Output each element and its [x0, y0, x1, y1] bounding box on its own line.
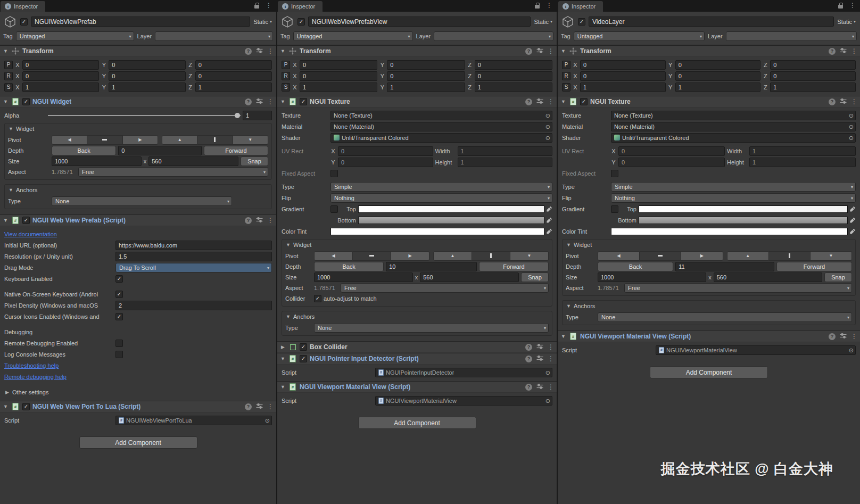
rotation-x-field[interactable]: 0 — [22, 71, 99, 81]
object-picker-icon[interactable]: ⊙ — [545, 134, 550, 141]
size-width-field[interactable]: 1000 — [598, 272, 706, 282]
uv-width-field[interactable]: 1 — [749, 146, 856, 156]
pixel-density-field[interactable]: 2 — [115, 301, 272, 310]
scale-x-field[interactable]: 1 — [300, 82, 377, 92]
color-tint-field[interactable] — [330, 228, 544, 235]
eyedropper-icon[interactable] — [547, 217, 552, 223]
type-dropdown[interactable]: Simple▾ — [611, 182, 856, 192]
help-icon[interactable]: ? — [829, 333, 836, 340]
foldout-icon[interactable]: ▼ — [280, 356, 286, 361]
component-enabled-checkbox[interactable] — [22, 403, 30, 410]
uv-height-field[interactable]: 1 — [749, 158, 856, 167]
tab-menu-icon[interactable]: ⋮ — [266, 2, 272, 9]
foldout-icon[interactable]: ▼ — [8, 187, 14, 193]
presets-icon[interactable] — [256, 98, 263, 105]
remote-debugging-checkbox[interactable] — [115, 340, 123, 347]
presets-icon[interactable] — [256, 47, 263, 55]
fixed-aspect-checkbox[interactable] — [330, 170, 338, 177]
position-x-field[interactable]: 0 — [580, 60, 666, 70]
pivot-center-vertical-button[interactable] — [769, 251, 811, 261]
gradient-bottom-color-field[interactable] — [358, 217, 544, 224]
tab-menu-icon[interactable]: ⋮ — [849, 2, 856, 9]
position-z-field[interactable]: 0 — [195, 60, 272, 70]
script-object-field[interactable]: # NGUIViewportMaterialView ⊙ — [375, 396, 552, 406]
foldout-icon[interactable]: ▼ — [3, 99, 9, 104]
scale-x-field[interactable]: 1 — [580, 82, 666, 92]
rotation-z-field[interactable]: 0 — [770, 71, 856, 81]
presets-icon[interactable] — [840, 47, 847, 55]
object-picker-icon[interactable]: ⊙ — [545, 112, 550, 119]
foldout-icon[interactable]: ▼ — [280, 48, 286, 54]
component-enabled-checkbox[interactable] — [22, 217, 30, 224]
anchor-type-dropdown[interactable]: None▾ — [314, 323, 549, 333]
snap-button[interactable]: Snap — [824, 272, 852, 282]
gameobject-name-field[interactable]: NGUIWebViewPrefab — [31, 16, 250, 27]
gradient-checkbox[interactable] — [611, 205, 618, 213]
aspect-mode-dropdown[interactable]: Free▾ — [341, 283, 549, 293]
presets-icon[interactable] — [536, 355, 543, 362]
foldout-icon[interactable]: ▼ — [3, 218, 9, 223]
object-picker-icon[interactable]: ⊙ — [545, 123, 550, 130]
alpha-slider[interactable] — [48, 111, 241, 120]
pivot-left-button[interactable]: ◀ — [314, 251, 353, 261]
foldout-icon[interactable]: ▼ — [285, 242, 291, 247]
pivot-center-vertical-button[interactable] — [197, 135, 233, 145]
position-z-field[interactable]: 0 — [475, 60, 552, 70]
depth-forward-button[interactable]: Forward — [204, 146, 268, 155]
aspect-mode-dropdown[interactable]: Free▾ — [624, 283, 852, 293]
script-object-field[interactable]: # NGUIPointerInputDetector ⊙ — [375, 368, 552, 377]
help-icon[interactable]: ? — [829, 48, 836, 55]
cursor-icons-checkbox[interactable] — [115, 313, 123, 320]
anchor-type-dropdown[interactable]: None▾ — [598, 312, 852, 322]
scale-x-field[interactable]: 1 — [22, 82, 99, 92]
fixed-aspect-checkbox[interactable] — [611, 170, 618, 177]
add-component-button[interactable]: Add Component — [358, 417, 476, 429]
gameobject-name-field[interactable]: VideoLayer — [589, 16, 834, 27]
rotation-z-field[interactable]: 0 — [475, 71, 552, 81]
foldout-icon[interactable]: ▶ — [4, 390, 10, 395]
depth-back-button[interactable]: Back — [598, 262, 673, 271]
presets-icon[interactable] — [536, 47, 543, 55]
rotation-x-field[interactable]: 0 — [580, 71, 666, 81]
webview-prefab-component-header[interactable]: ▼ # NGUI Web View Prefab (Script) ? ⋮ — [0, 214, 276, 226]
pivot-right-button[interactable]: ▶ — [391, 251, 429, 261]
presets-icon[interactable] — [536, 98, 543, 105]
gradient-top-color-field[interactable] — [358, 205, 544, 213]
view-documentation-link[interactable]: View documentation — [4, 231, 57, 237]
scale-y-field[interactable]: 1 — [675, 82, 761, 92]
object-picker-icon[interactable]: ⊙ — [849, 346, 854, 353]
component-menu-icon[interactable]: ⋮ — [548, 98, 554, 105]
port-to-lua-component-header[interactable]: ▼ # NGUI Web View Port To Lua (Script) ?… — [0, 401, 276, 412]
static-dropdown[interactable]: Static▾ — [837, 19, 857, 25]
texture-object-field[interactable]: None (Texture)⊙ — [330, 111, 552, 120]
transform-component-header[interactable]: ▼ Transform ? ⋮ — [277, 45, 557, 57]
foldout-icon[interactable]: ▼ — [566, 303, 572, 309]
pointer-input-detector-component-header[interactable]: ▼ # NGUI Pointer Input Detector (Script)… — [277, 353, 557, 365]
lock-icon[interactable] — [838, 5, 843, 9]
layer-dropdown[interactable]: ▾ — [155, 31, 273, 41]
tab-inspector[interactable]: i Inspector — [278, 1, 322, 12]
scale-z-field[interactable]: 1 — [770, 82, 856, 92]
layer-dropdown[interactable]: ▾ — [726, 31, 857, 41]
log-console-checkbox[interactable] — [115, 351, 123, 358]
size-height-field[interactable]: 560 — [714, 272, 822, 282]
gameobject-name-field[interactable]: NGUIWebViewPrefabView — [308, 16, 531, 27]
pivot-top-button[interactable]: ▲ — [727, 251, 769, 261]
pivot-left-button[interactable]: ◀ — [598, 251, 640, 261]
uv-y-field[interactable]: 0 — [338, 158, 433, 167]
aspect-mode-dropdown[interactable]: Free▾ — [78, 167, 268, 177]
component-menu-icon[interactable]: ⋮ — [267, 403, 274, 410]
depth-forward-button[interactable]: Forward — [776, 262, 852, 271]
help-icon[interactable]: ? — [525, 356, 532, 362]
flip-dropdown[interactable]: Nothing▾ — [330, 193, 552, 203]
widget-group-header[interactable]: ▼Widget — [283, 239, 551, 250]
pivot-top-button[interactable]: ▲ — [433, 251, 472, 261]
help-icon[interactable]: ? — [829, 98, 836, 105]
tag-dropdown[interactable]: Untagged▾ — [293, 31, 413, 41]
add-component-button[interactable]: Add Component — [79, 436, 197, 449]
viewport-material-view-component-header[interactable]: ▼ # NGUI Viewport Material View (Script)… — [277, 381, 557, 393]
other-settings-foldout[interactable]: ▶ Other settings — [2, 387, 274, 397]
depth-forward-button[interactable]: Forward — [479, 262, 549, 271]
scale-y-field[interactable]: 1 — [387, 82, 465, 92]
box-collider-component-header[interactable]: ▶ Box Collider ? ⋮ — [277, 341, 557, 353]
